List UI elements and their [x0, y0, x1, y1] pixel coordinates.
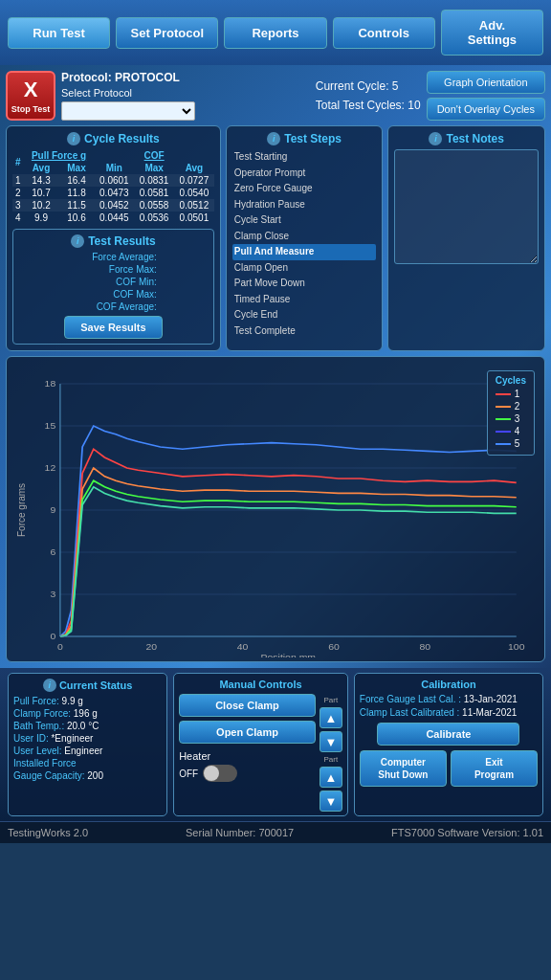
- overlay-cycles-button[interactable]: Don't Overlay Cycles: [427, 98, 545, 121]
- cycle-info-icon: i: [67, 132, 80, 145]
- force-gauge-cal-row: Force Gauge Last Cal. : 13-Jan-2021: [360, 694, 538, 704]
- protocol-dropdown[interactable]: [61, 101, 195, 121]
- controls-button[interactable]: Controls: [333, 17, 435, 49]
- svg-text:100: 100: [508, 642, 525, 653]
- legend-cycle-4: 4: [496, 426, 526, 436]
- toggle-knob: [204, 766, 219, 781]
- svg-text:18: 18: [45, 379, 56, 390]
- protocol-info: Protocol: PROTOCOL Select Protocol: [61, 71, 310, 121]
- arrow-col: Part ▲ ▼ Part ▲ ▼: [320, 694, 342, 812]
- svg-text:15: 15: [45, 421, 56, 432]
- test-steps-panel: i Test Steps Test StartingOperator Promp…: [226, 125, 384, 351]
- svg-text:6: 6: [50, 547, 55, 558]
- legend-title: Cycles: [496, 375, 526, 386]
- current-status-info-icon: i: [43, 679, 56, 692]
- table-row: 1 14.3 16.4 0.0601 0.0831 0.0727: [12, 174, 214, 187]
- manual-controls-title: Manual Controls: [179, 679, 342, 690]
- svg-text:9: 9: [50, 505, 55, 516]
- adv-settings-button[interactable]: Adv. Settings: [441, 10, 543, 56]
- exit-program-button[interactable]: ExitProgram: [451, 750, 538, 787]
- manual-controls-row: Close Clamp Open Clamp Heater OFF Part ▲…: [179, 694, 342, 812]
- force-max-row: Force Max:: [18, 264, 209, 275]
- clamp-cal-row: Clamp Last Calibrated : 11-Mar-2021: [360, 707, 538, 718]
- heater-label: Heater: [179, 750, 210, 762]
- svg-text:40: 40: [237, 642, 249, 653]
- notes-textarea[interactable]: [394, 149, 539, 264]
- heater-toggle[interactable]: [203, 765, 237, 782]
- legend-line-4: [496, 431, 511, 433]
- chart-y-label: Force grams: [12, 363, 27, 657]
- part-label-2: Part: [320, 755, 342, 764]
- svg-text:0: 0: [50, 632, 55, 642]
- action-buttons: ComputerShut Down ExitProgram: [360, 750, 538, 787]
- computer-shutdown-button[interactable]: ComputerShut Down: [360, 750, 447, 787]
- steps-list: Test StartingOperator PromptZero Force G…: [232, 149, 377, 339]
- graph-orientation-button[interactable]: Graph Orientation: [427, 71, 545, 94]
- clamp-force-status: Clamp Force: 196 g: [13, 708, 162, 719]
- cof-min-row: COF Min:: [18, 277, 209, 287]
- list-item: Hydration Pause: [232, 197, 377, 213]
- cof-max-row: COF Max:: [18, 289, 209, 300]
- list-item: Cycle Start: [232, 212, 377, 229]
- status-bar: i Current Status Pull Force: 9.9 g Clamp…: [0, 668, 551, 821]
- svg-text:80: 80: [420, 642, 431, 653]
- list-item: Operator Prompt: [232, 166, 377, 182]
- col-max2: Max: [134, 162, 174, 174]
- pull-force-header: Pull Force g: [24, 149, 95, 162]
- reports-button[interactable]: Reports: [224, 17, 326, 49]
- open-clamp-button[interactable]: Open Clamp: [179, 721, 316, 744]
- chart-legend: Cycles 1 2 3 4: [487, 370, 535, 456]
- table-row: 2 10.7 11.8 0.0473 0.0581 0.0540: [12, 187, 214, 199]
- test-results-title: i Test Results: [18, 234, 209, 248]
- svg-text:0: 0: [57, 642, 63, 653]
- table-row: 4 9.9 10.6 0.0445 0.0536 0.0501: [12, 212, 214, 224]
- select-protocol-label: Select Protocol: [61, 87, 310, 99]
- panels-row: i Cycle Results # Pull Force g COF Avg M…: [6, 125, 545, 351]
- legend-line-5: [496, 443, 511, 445]
- col-avg: Avg: [24, 162, 59, 174]
- run-test-button[interactable]: Run Test: [8, 17, 110, 49]
- table-row: 3 10.2 11.5 0.0452 0.0558 0.0512: [12, 199, 214, 212]
- list-item: Clamp Open: [232, 260, 377, 277]
- force-avg-row: Force Average:: [18, 252, 209, 262]
- chart-inner: Force grams 0 3 6 9: [12, 363, 539, 657]
- close-clamp-button[interactable]: Close Clamp: [179, 694, 316, 717]
- cof-header: COF: [94, 149, 213, 162]
- legend-line-2: [496, 406, 511, 408]
- software-label: TestingWorks 2.0: [8, 827, 88, 838]
- main-content: X Stop Test Protocol: PROTOCOL Select Pr…: [0, 65, 551, 668]
- heater-row: Heater: [179, 750, 316, 762]
- calibrate-button[interactable]: Calibrate: [377, 723, 519, 746]
- part-down-button[interactable]: ▼: [320, 731, 342, 752]
- part-down-button-2[interactable]: ▼: [320, 791, 342, 812]
- test-steps-title: i Test Steps: [232, 132, 377, 145]
- svg-text:3: 3: [50, 590, 55, 600]
- steps-info-icon: i: [267, 132, 280, 145]
- chart-container: Force grams 0 3 6 9: [6, 356, 545, 662]
- orientation-buttons: Graph Orientation Don't Overlay Cycles: [427, 71, 545, 121]
- list-item: Part Move Down: [232, 276, 377, 292]
- part-up-button[interactable]: ▲: [320, 707, 342, 728]
- part-label-1: Part: [320, 696, 342, 704]
- save-results-button[interactable]: Save Results: [64, 316, 162, 339]
- chart-area: 0 3 6 9 12 15 18 0 20 40 60 80 100 Posit…: [27, 363, 539, 657]
- set-protocol-button[interactable]: Set Protocol: [116, 17, 218, 49]
- col-max: Max: [59, 162, 95, 174]
- list-item: Clamp Close: [232, 229, 377, 245]
- col-avg2: Avg: [174, 162, 214, 174]
- calibration-panel: Calibration Force Gauge Last Cal. : 13-J…: [354, 673, 543, 816]
- list-item: Pull And Measure: [232, 244, 377, 260]
- svg-text:20: 20: [145, 642, 157, 653]
- test-notes-title: i Test Notes: [394, 132, 539, 145]
- heater-toggle-row: OFF: [179, 765, 316, 782]
- test-results-info-icon: i: [71, 234, 84, 248]
- legend-line-1: [496, 393, 511, 395]
- svg-text:60: 60: [328, 642, 340, 653]
- part-up-button-2[interactable]: ▲: [320, 767, 342, 788]
- calibration-title: Calibration: [360, 679, 538, 690]
- list-item: Cycle End: [232, 307, 377, 323]
- user-id-status: User ID: *Engineer: [13, 733, 162, 744]
- stop-test-button[interactable]: X Stop Test: [6, 71, 55, 121]
- stop-x-icon: X: [24, 78, 38, 102]
- toolbar: Run Test Set Protocol Reports Controls A…: [0, 0, 551, 65]
